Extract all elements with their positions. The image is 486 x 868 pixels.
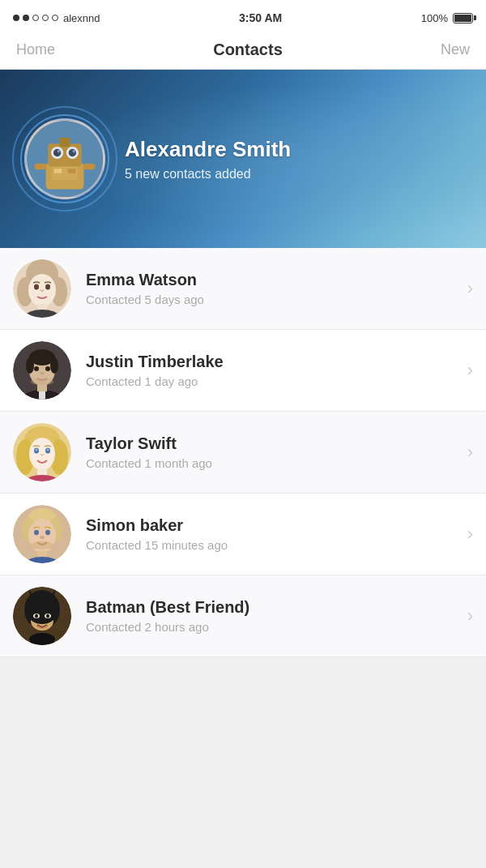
contact-time: Contacted 2 hours ago (86, 620, 459, 634)
contact-name: Taylor Swift (86, 434, 459, 453)
page-title: Contacts (213, 41, 283, 59)
svg-point-20 (34, 284, 39, 290)
status-right: 100% (421, 12, 473, 24)
svg-point-7 (58, 150, 61, 153)
contact-avatar-justin (13, 341, 71, 400)
status-left: alexnnd (13, 12, 100, 24)
hero-avatar[interactable] (24, 118, 105, 199)
contact-avatar-emma (13, 259, 71, 318)
contact-info-simon: Simon baker Contacted 15 minutes ago (86, 516, 459, 552)
contact-info-emma: Emma Watson Contacted 5 days ago (86, 271, 459, 306)
hero-avatar-svg (27, 121, 103, 197)
svg-rect-11 (54, 169, 62, 173)
nav-bar: Home Contacts New (0, 32, 486, 70)
svg-point-53 (40, 536, 45, 539)
battery-body (453, 13, 473, 24)
new-button[interactable]: New (441, 41, 470, 58)
svg-point-39 (29, 438, 55, 470)
contact-time: Contacted 1 month ago (86, 456, 459, 470)
svg-point-52 (45, 530, 50, 535)
battery-percent: 100% (421, 12, 448, 24)
home-button[interactable]: Home (16, 41, 55, 58)
contact-name: Batman (Best Friend) (86, 598, 459, 617)
svg-point-30 (26, 357, 34, 374)
contact-info-taylor: Taylor Swift Contacted 1 month ago (86, 434, 459, 470)
svg-point-43 (47, 449, 49, 451)
contact-time: Contacted 1 day ago (86, 374, 459, 388)
contact-item[interactable]: Justin Timberlake Contacted 1 day ago › (0, 330, 486, 412)
svg-rect-12 (68, 169, 75, 173)
hero-info: Alexandre Smith 5 new contacts added (125, 137, 291, 182)
svg-point-6 (69, 149, 76, 156)
svg-point-66 (35, 614, 38, 618)
svg-point-63 (29, 608, 55, 624)
status-time: 3:50 AM (239, 11, 282, 24)
svg-point-33 (45, 366, 50, 371)
carrier-name: alexnnd (63, 12, 100, 24)
contact-avatar-batman (13, 587, 71, 645)
svg-point-19 (28, 274, 56, 306)
battery-fill (454, 15, 471, 22)
hero-subtitle: 5 new contacts added (125, 167, 291, 182)
hero-banner: Alexandre Smith 5 new contacts added (0, 70, 486, 248)
contact-info-justin: Justin Timberlake Contacted 1 day ago (86, 353, 459, 388)
contact-time: Contacted 5 days ago (86, 293, 459, 306)
svg-rect-13 (34, 164, 46, 170)
contact-item[interactable]: Simon baker Contacted 15 minutes ago › (0, 494, 486, 575)
svg-point-32 (34, 366, 39, 371)
contact-item[interactable]: Taylor Swift Contacted 1 month ago › (0, 412, 486, 494)
svg-point-8 (72, 150, 75, 153)
contact-info-batman: Batman (Best Friend) Contacted 2 hours a… (86, 598, 459, 634)
contact-list: Emma Watson Contacted 5 days ago › (0, 248, 486, 657)
svg-rect-9 (59, 138, 70, 147)
svg-point-5 (53, 149, 61, 156)
hero-name: Alexandre Smith (125, 137, 291, 162)
chevron-icon: › (467, 605, 473, 626)
svg-point-42 (36, 449, 38, 451)
contact-item[interactable]: Emma Watson Contacted 5 days ago › (0, 248, 486, 330)
chevron-icon: › (467, 278, 473, 299)
contact-name: Emma Watson (86, 271, 459, 289)
contact-time: Contacted 15 minutes ago (86, 538, 459, 552)
signal-dots (13, 15, 58, 21)
signal-dot-3 (32, 15, 39, 21)
svg-point-21 (45, 284, 50, 290)
signal-dot-4 (42, 15, 49, 21)
status-bar: alexnnd 3:50 AM 100% (0, 0, 486, 32)
contact-avatar-simon (13, 505, 71, 563)
svg-point-31 (50, 357, 58, 374)
chevron-icon: › (467, 442, 473, 463)
svg-point-67 (46, 614, 49, 618)
contact-avatar-taylor (13, 423, 71, 481)
signal-dot-2 (23, 15, 29, 21)
chevron-icon: › (467, 524, 473, 545)
contact-name: Simon baker (86, 516, 459, 535)
signal-dot-1 (13, 15, 19, 21)
chevron-icon: › (467, 360, 473, 381)
svg-rect-14 (83, 164, 96, 170)
contact-name: Justin Timberlake (86, 353, 459, 371)
signal-dot-5 (52, 15, 58, 21)
hero-avatar-container (24, 118, 105, 199)
contact-item[interactable]: Batman (Best Friend) Contacted 2 hours a… (0, 575, 486, 657)
battery-icon (453, 13, 473, 24)
svg-point-51 (34, 530, 39, 535)
svg-point-54 (30, 541, 54, 549)
svg-point-34 (31, 378, 53, 385)
